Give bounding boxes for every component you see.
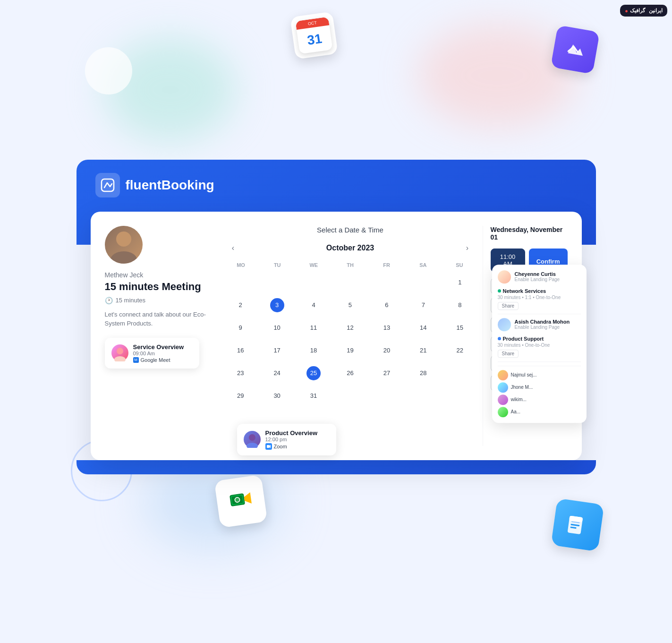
cal-day-12[interactable]: 12 xyxy=(332,317,368,339)
device-content: Methew Jeck 15 minutes Meeting 🕐 15 minu… xyxy=(91,212,582,460)
svg-rect-12 xyxy=(102,179,114,191)
sidebar-people: Najmul sej... Jhone M... wikim... Aa... xyxy=(498,370,581,417)
cal-day-4[interactable]: 4 xyxy=(296,294,331,316)
calendar-nav: ‹ October 2023 › xyxy=(223,241,478,255)
cal-day-25[interactable]: 25 xyxy=(296,362,331,384)
float-meet-icon xyxy=(214,475,268,528)
service-info: Service Overview 09:00 Am M Google Meet xyxy=(133,343,184,363)
cal-day-22[interactable]: 22 xyxy=(442,340,477,361)
cal-day-31[interactable]: 31 xyxy=(296,385,331,407)
cal-day-15[interactable]: 15 xyxy=(442,317,477,339)
device-footer xyxy=(77,460,596,474)
svg-point-16 xyxy=(114,356,126,361)
cal-body: 1 2 3 4 5 6 7 8 9 10 11 12 xyxy=(223,272,478,407)
cal-day-empty xyxy=(259,272,295,293)
cal-day-30[interactable]: 30 xyxy=(259,385,295,407)
cal-day-3[interactable]: 3 xyxy=(259,294,295,316)
cal-icon-day: 31 xyxy=(297,25,333,54)
sidebar-divider xyxy=(498,366,581,366)
sidebar-avatar xyxy=(498,270,511,283)
cal-day-20[interactable]: 20 xyxy=(369,340,404,361)
svg-point-18 xyxy=(247,443,258,448)
calendar-month: October 2023 xyxy=(326,244,374,252)
sidebar-share-btn[interactable]: Share xyxy=(498,302,519,310)
svg-point-15 xyxy=(117,348,123,354)
cal-day-11[interactable]: 11 xyxy=(296,317,331,339)
service-card: Service Overview 09:00 Am M Google Meet xyxy=(105,338,199,369)
logo-text: fluentBooking xyxy=(126,178,214,193)
sidebar-user: Cheyenne Curtis Enable Landing Page xyxy=(498,270,581,283)
cal-day-29[interactable]: 29 xyxy=(223,385,258,407)
circle-white xyxy=(85,47,132,94)
selected-date: Wednesday, November 01 xyxy=(491,226,568,241)
cal-day-18[interactable]: 18 xyxy=(296,340,331,361)
cal-day-26[interactable]: 26 xyxy=(332,362,368,384)
cal-day-6[interactable]: 6 xyxy=(369,294,404,316)
cal-day-28[interactable]: 28 xyxy=(406,362,441,384)
cal-day-empty xyxy=(442,385,477,407)
sidebar-service-product-meta: 30 minutes • One-to-One xyxy=(498,343,581,348)
cal-day-21[interactable]: 21 xyxy=(406,340,441,361)
status-dot-blue xyxy=(498,337,501,340)
sidebar-second-user: Asish Chandra Mohon Enable Landing Page xyxy=(498,318,581,331)
service-title: Service Overview xyxy=(133,343,184,351)
cal-day-1[interactable]: 1 xyxy=(442,272,477,293)
select-datetime-title: Select a Date & Time xyxy=(223,226,478,234)
cal-day-empty xyxy=(406,385,441,407)
float-fluent-bottom-icon xyxy=(551,498,604,552)
cal-day-24[interactable]: 24 xyxy=(259,362,295,384)
cal-day-2[interactable]: 2 xyxy=(223,294,258,316)
cal-day-17[interactable]: 17 xyxy=(259,340,295,361)
sp-avatar-2 xyxy=(498,382,508,393)
cal-day-8[interactable]: 8 xyxy=(442,294,477,316)
service-meet: M Google Meet xyxy=(133,357,184,363)
calendar-prev-btn[interactable]: ‹ xyxy=(227,241,240,255)
cal-day-7[interactable]: 7 xyxy=(406,294,441,316)
left-panel: Methew Jeck 15 minutes Meeting 🕐 15 minu… xyxy=(105,226,218,446)
cal-day-10[interactable]: 10 xyxy=(259,317,295,339)
logo-area: fluentBooking xyxy=(95,173,577,197)
person-avatar xyxy=(105,226,143,264)
product-title: Product Overview xyxy=(265,429,318,437)
sp-avatar-1 xyxy=(498,370,508,380)
sp-avatar-4 xyxy=(498,407,508,417)
product-info: Product Overview 12:00 pm Zoom xyxy=(265,429,318,450)
svg-point-14 xyxy=(111,251,137,264)
svg-rect-21 xyxy=(267,445,269,448)
cal-day-9[interactable]: 9 xyxy=(223,317,258,339)
cal-day-19[interactable]: 19 xyxy=(332,340,368,361)
svg-line-10 xyxy=(571,527,576,528)
sidebar-service-network: Network Services 30 minutes • 1:1 • One-… xyxy=(498,288,581,314)
right-sidebar: Cheyenne Curtis Enable Landing Page Netw… xyxy=(492,265,587,423)
cal-day-16[interactable]: 16 xyxy=(223,340,258,361)
cal-day-13[interactable]: 13 xyxy=(369,317,404,339)
sidebar-user-name: Cheyenne Curtis xyxy=(515,271,560,277)
person-name: Methew Jeck xyxy=(105,271,209,279)
cal-day-5[interactable]: 5 xyxy=(332,294,368,316)
product-avatar xyxy=(244,431,261,448)
cal-day-23[interactable]: 23 xyxy=(223,362,258,384)
sidebar-user-sub: Enable Landing Page xyxy=(515,277,560,282)
sidebar-service-title: Network Services xyxy=(498,288,581,294)
sp-name-1: Najmul sej... xyxy=(511,372,537,377)
cal-day-empty xyxy=(369,385,404,407)
cal-day-14[interactable]: 14 xyxy=(406,317,441,339)
sp-name-3: wikim... xyxy=(511,397,527,402)
product-time: 12:00 pm xyxy=(265,437,318,442)
gmeet-icon: M xyxy=(133,357,139,363)
svg-point-17 xyxy=(249,434,255,441)
cal-header: MO TU WE TH FR SA SU xyxy=(223,260,478,270)
cal-day-empty xyxy=(223,272,258,293)
cal-day-27[interactable]: 27 xyxy=(369,362,404,384)
cal-day-empty xyxy=(369,272,404,293)
clock-icon: 🕐 xyxy=(105,297,113,304)
sidebar-service-product: Product Support 30 minutes • One-to-One … xyxy=(498,336,581,362)
sidebar-share-btn-2[interactable]: Share xyxy=(498,350,519,358)
sidebar-person-3: wikim... xyxy=(498,394,581,405)
meeting-title: 15 minutes Meeting xyxy=(105,281,209,293)
calendar-next-btn[interactable]: › xyxy=(460,241,474,255)
sidebar-service-product-title: Product Support xyxy=(498,336,581,342)
service-avatar xyxy=(111,344,128,361)
service-time: 09:00 Am xyxy=(133,351,184,356)
sidebar-service-meta: 30 minutes • 1:1 • One-to-One xyxy=(498,295,581,300)
